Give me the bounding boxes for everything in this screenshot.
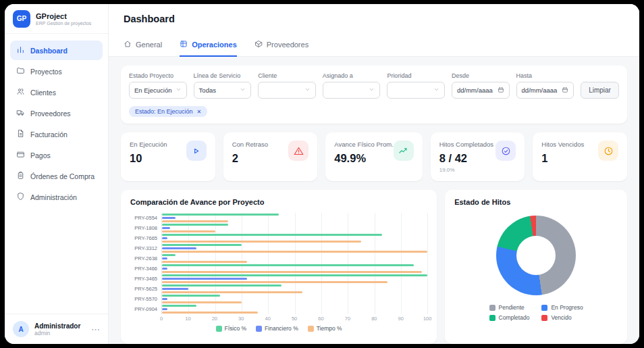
donut-chart [496, 216, 576, 295]
sidebar-item-facturacion[interactable]: Facturación [10, 124, 103, 144]
donut-chart-title: Estado de Hitos [454, 198, 618, 206]
filter-field-linea-de-servicio: Línea de Servicio Todas [194, 72, 252, 99]
bar-group-pry-5625 [162, 284, 427, 294]
box-icon [254, 40, 263, 49]
user-menu-icon[interactable]: ⋯ [91, 324, 100, 334]
app-logo: GP GProject ERP Gestión de proyectos [5, 4, 108, 34]
date-input-desde[interactable]: dd/mm/aaaa [452, 82, 510, 99]
select-asignado-a[interactable] [323, 82, 381, 99]
filter-value: Todas [199, 86, 216, 94]
bar-fisico [162, 305, 196, 307]
chip-remove-icon[interactable]: ✕ [197, 109, 202, 115]
stat-card-avance-fisico-prom: Avance Físico Prom. 49.9% [325, 132, 422, 181]
donut-hole [516, 236, 556, 275]
bar-fisico [162, 284, 281, 287]
sidebar-item-label: Proveedores [30, 109, 71, 118]
legend-swatch [256, 326, 262, 332]
bar-group-pry-0554 [162, 213, 427, 223]
sidebar-item-clientes[interactable]: Clientes [10, 82, 103, 102]
bar-chart-category-axis: PRY-0554PRY-1808PRY-7665PRY-3312PRY-2638… [130, 213, 161, 314]
bar-group-pry-1808 [162, 223, 427, 233]
sidebar-item-proveedores[interactable]: Proveedores [10, 103, 103, 123]
sidebar: GP GProject ERP Gestión de proyectos Das… [5, 4, 109, 344]
file-icon [16, 129, 25, 139]
category-label: PRY-3312 [130, 243, 161, 253]
bar-tiempo [162, 230, 215, 232]
bar-fisico [162, 214, 279, 216]
bar-tiempo [162, 301, 242, 303]
x-tick-label: 50 [292, 316, 297, 322]
bar-financiero [162, 247, 196, 249]
sidebar-item-administracion[interactable]: Administración [10, 187, 103, 207]
bar-chart-legend: Físico %Financiero %Tiempo % [130, 325, 427, 332]
stat-value: 49.9% [334, 152, 393, 165]
bar-financiero [162, 278, 247, 280]
sidebar-item-ordenes-de-compra[interactable]: Órdenes de Compra [10, 166, 103, 186]
home-icon [124, 40, 132, 49]
legend-swatch [541, 305, 547, 311]
sidebar-item-label: Órdenes de Compra [30, 172, 95, 180]
date-input-hasta[interactable]: dd/mm/aaaa [516, 82, 574, 99]
tab-general[interactable]: General [124, 34, 162, 57]
x-tick-label: 40 [265, 316, 270, 322]
filter-label: Asignado a [323, 72, 381, 79]
tab-label: Proveedores [267, 41, 308, 49]
sidebar-item-dashboard[interactable]: Dashboard [10, 41, 103, 60]
shield-icon [16, 192, 25, 202]
sidebar-item-label: Pagos [30, 151, 51, 159]
chevron-down-icon [369, 86, 375, 94]
filter-field-asignado-a: Asignado a [323, 72, 381, 99]
bar-chart-plot [161, 213, 427, 314]
bar-fisico [162, 274, 427, 276]
bar-tiempo [162, 241, 361, 243]
bar-chart-card: Comparación de Avance por Proyecto PRY-0… [121, 190, 437, 344]
legend-item-financiero: Financiero % [256, 325, 298, 332]
x-tick-label: 100 [423, 316, 432, 322]
x-tick-label: 0 [160, 316, 163, 322]
clipboard-icon [16, 171, 25, 181]
avatar: A [13, 321, 29, 337]
bar-financiero [162, 257, 167, 259]
category-label: PRY-5570 [130, 294, 161, 304]
clear-filters-button[interactable]: Limpiar [581, 82, 619, 99]
bar-group-pry-3465 [162, 274, 427, 284]
chevron-down-icon [433, 86, 439, 94]
donut-legend-item-completado: Completado [489, 314, 530, 321]
clock-icon [598, 141, 618, 161]
select-estado-proyecto[interactable]: En Ejecución [129, 82, 187, 99]
bar-group-pry-2638 [162, 253, 427, 264]
stat-card-hitos-completados: Hitos Completados 8 / 42 19.0% [431, 132, 525, 181]
bar-tiempo [162, 251, 427, 253]
bar-financiero [162, 288, 188, 290]
stat-label: Hitos Completados [439, 141, 493, 148]
sidebar-item-label: Clientes [30, 89, 56, 97]
select-cliente[interactable] [258, 82, 316, 99]
bar-financiero [162, 227, 170, 229]
sidebar-nav: DashboardProyectosClientesProveedoresFac… [5, 34, 108, 314]
sidebar-item-proyectos[interactable]: Proyectos [10, 61, 103, 81]
x-tick-label: 30 [238, 316, 244, 322]
select-linea-de-servicio[interactable]: Todas [194, 82, 252, 99]
category-label: PRY-0904 [130, 304, 161, 314]
stat-label: En Ejecución [130, 141, 167, 148]
stat-card-con-retraso: Con Retraso 2 [223, 132, 318, 181]
x-tick-label: 80 [371, 316, 377, 322]
filter-field-prioridad: Prioridad [387, 72, 445, 99]
legend-item-tiempo: Tiempo % [308, 325, 342, 332]
legend-swatch [216, 326, 222, 332]
bar-group-pry-0904 [162, 304, 427, 314]
tab-label: Operaciones [192, 41, 237, 49]
bar-chart-icon [16, 45, 25, 55]
trending-up-icon [394, 141, 414, 161]
category-label: PRY-1808 [130, 223, 161, 233]
stat-card-en-ejecucion: En Ejecución 10 [121, 132, 215, 181]
chevron-down-icon [240, 86, 246, 94]
filter-chip[interactable]: Estado: En Ejecución ✕ [129, 106, 207, 117]
sidebar-item-pagos[interactable]: Pagos [10, 145, 103, 165]
grid-icon [180, 40, 188, 49]
user-profile[interactable]: A Administrador admin ⋯ [5, 314, 108, 344]
tab-operaciones[interactable]: Operaciones [180, 34, 237, 57]
tab-proveedores[interactable]: Proveedores [254, 34, 308, 57]
select-prioridad[interactable] [387, 82, 445, 99]
bar-tiempo [162, 220, 228, 222]
